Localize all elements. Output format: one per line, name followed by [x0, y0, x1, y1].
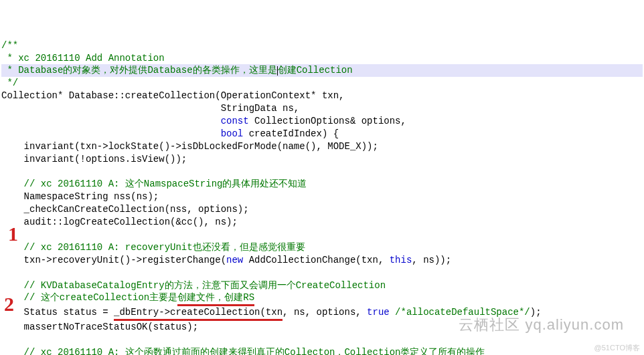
code-line-status-a: Status status = — [1, 307, 114, 318]
func-sig-line3-pad — [1, 116, 221, 126]
keyword-true: true — [367, 307, 390, 318]
comment-recovery: // xc 20161110 A: recoveryUnit也还没看，但是感觉很… — [1, 242, 305, 253]
watermark-main: 云栖社区 yq.aliyun.com — [459, 315, 624, 335]
func-sig-line2: StringData ns, — [1, 103, 299, 114]
code-line-invariant1: invariant(txn->lockState()->isDbLockedFo… — [1, 141, 378, 152]
code-line-register-b: AddCollectionChange(txn, — [243, 255, 389, 265]
code-editor: /** * xc 20161110 Add Annotation * Datab… — [1, 39, 643, 355]
keyword-new: new — [226, 255, 243, 265]
annotation-marker-2: 2 — [4, 291, 14, 318]
comment-getorcreate-b: ，Collection类定义了所有的操作 — [335, 347, 485, 355]
code-line-register-c: , ns)); — [412, 255, 451, 265]
comment-getorcreate-a: // xc 20161110 A: 这个函数通过前面的 — [1, 347, 210, 355]
highlighted-line[interactable]: * Database的对象类，对外提供Database的各类操作，这里是创建Co… — [1, 64, 643, 77]
code-line-check: _checkCanCreateCollection(nss, options); — [1, 204, 249, 215]
keyword-bool: bool — [221, 128, 244, 139]
code-line-invariant2: invariant(!options.isView()); — [1, 154, 187, 164]
comment-desc-b: 创建Collection — [278, 65, 353, 76]
code-line-massert: massertNoTraceStatusOK(status); — [1, 322, 198, 332]
func-sig-line3-rest: CollectionOptions& options, — [249, 116, 406, 126]
comment-author-date: * xc 20161110 Add Annotation — [1, 53, 165, 64]
code-line-audit: audit::logCreateCollection(&cc(), ns); — [1, 217, 238, 227]
func-sig-line4-rest: createIdIndex) { — [243, 128, 339, 139]
code-underline-dbentry: _dbEntry->createCollection(txn — [114, 306, 283, 321]
comment-namespace: // xc 20161110 A: 这个NamspaceString的具体用处还… — [1, 179, 307, 189]
comment-kvcatalog: // KVDatabaseCatalogEntry的方法，注意下面又会调用一个C… — [1, 280, 386, 291]
comment-desc-a: * Database的对象类，对外提供Database的各类操作，这里是 — [1, 65, 277, 76]
func-sig-line1: Collection* Database::createCollection(O… — [1, 90, 344, 101]
comment-block-close: */ — [1, 78, 18, 88]
code-line-status-b: , ns, options, — [283, 307, 367, 318]
watermark-corner: @51CTO博客 — [594, 343, 640, 353]
code-line-register-a: txn->recoveryUnit()->registerChange( — [1, 255, 226, 265]
comment-createcoll-a: // 这个createCollection主要是 — [1, 292, 177, 303]
annotation-marker-1: 1 — [8, 221, 18, 248]
keyword-const: const — [221, 116, 249, 126]
func-sig-line4-pad — [1, 128, 221, 139]
comment-getorcreate-underline: 创建来得到真正的Collecton — [210, 346, 335, 355]
comment-createcoll-underline: 创建文件，创建RS — [177, 291, 254, 306]
comment-block-open: /** — [1, 40, 18, 51]
keyword-this: this — [390, 255, 412, 265]
code-line-nss: NamespaceString nss(ns); — [1, 191, 159, 202]
